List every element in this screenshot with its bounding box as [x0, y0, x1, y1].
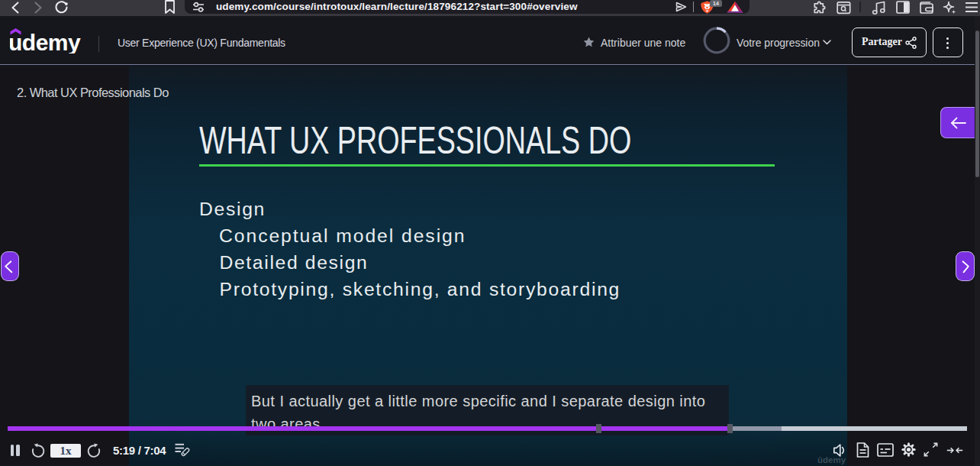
svg-text:udemy: udemy: [10, 30, 81, 53]
svg-text:14: 14: [713, 1, 719, 6]
